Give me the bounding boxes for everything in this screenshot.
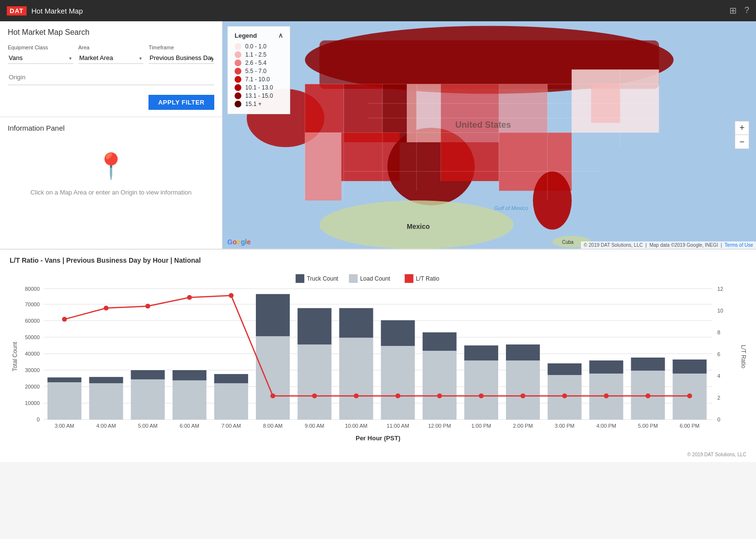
area-select[interactable]: Market Area State National — [78, 52, 144, 64]
timeframe-select[interactable]: Previous Business Day Today Last Week — [148, 52, 214, 64]
svg-point-116 — [604, 393, 608, 398]
svg-rect-94 — [506, 344, 540, 360]
svg-point-115 — [562, 393, 567, 398]
search-section: Hot Market Map Search Equipment Class Va… — [0, 21, 222, 117]
info-panel-title: Information Panel — [8, 124, 214, 132]
svg-point-110 — [354, 393, 358, 398]
legend-item: 10.1 - 13.0 — [235, 84, 283, 91]
svg-text:0: 0 — [717, 417, 720, 422]
svg-text:L/T Ratio: L/T Ratio — [740, 345, 746, 369]
header-title: Hot Market Map — [31, 7, 83, 15]
svg-rect-86 — [339, 308, 373, 338]
legend-header: Legend ∧ — [235, 31, 283, 39]
legend-item: 0.0 - 1.0 — [235, 43, 283, 50]
svg-text:2:00 PM: 2:00 PM — [513, 423, 533, 429]
svg-text:10:00 AM: 10:00 AM — [345, 423, 368, 429]
svg-rect-81 — [256, 336, 290, 419]
map-data-text: Map data ©2019 Google, INEGI — [650, 242, 718, 248]
legend-item: 2.6 - 5.4 — [235, 60, 283, 66]
svg-rect-7 — [305, 133, 341, 200]
svg-text:20000: 20000 — [25, 384, 40, 389]
svg-text:10000: 10000 — [25, 400, 40, 406]
map-attribution: © 2019 DAT Solutions, LLC | Map data ©20… — [581, 241, 756, 249]
svg-text:6:00 AM: 6:00 AM — [180, 423, 199, 429]
svg-rect-40 — [349, 274, 357, 283]
equipment-class-select-wrapper: Vans Flatbeds Reefers — [8, 52, 74, 64]
svg-rect-72 — [47, 377, 81, 382]
timeframe-group: Timeframe Previous Business Day Today La… — [148, 45, 214, 64]
svg-text:5:00 AM: 5:00 AM — [138, 423, 157, 429]
search-title: Hot Market Map Search — [8, 28, 214, 37]
svg-rect-91 — [464, 360, 498, 419]
chart-wrapper: Truck Count Load Count L/T Ratio 0 — [10, 267, 746, 451]
svg-rect-96 — [548, 363, 581, 375]
svg-point-111 — [396, 393, 400, 398]
svg-rect-82 — [256, 294, 290, 336]
svg-rect-83 — [297, 344, 331, 419]
app-header: DAT Hot Market Map ⊞ ? — [0, 0, 756, 21]
legend-item: 13.1 - 15.0 — [235, 92, 283, 99]
header-left: DAT Hot Market Map — [7, 6, 83, 15]
svg-point-104 — [104, 306, 108, 311]
svg-rect-100 — [631, 358, 665, 371]
terms-of-use-link[interactable]: Terms of Use — [725, 242, 753, 248]
svg-text:0: 0 — [37, 417, 40, 422]
svg-rect-12 — [407, 84, 441, 142]
svg-point-112 — [437, 393, 442, 398]
svg-text:9:00 AM: 9:00 AM — [305, 423, 324, 429]
zoom-in-button[interactable]: + — [735, 121, 749, 135]
svg-text:8:00 AM: 8:00 AM — [263, 423, 282, 429]
svg-text:12: 12 — [717, 286, 723, 292]
svg-rect-87 — [381, 346, 415, 419]
svg-text:Per Hour (PST): Per Hour (PST) — [356, 434, 400, 442]
svg-text:1:00 PM: 1:00 PM — [471, 423, 491, 429]
svg-point-107 — [229, 293, 234, 298]
svg-text:Load Count: Load Count — [360, 275, 390, 282]
svg-rect-84 — [297, 308, 331, 344]
svg-text:30000: 30000 — [25, 367, 40, 373]
zoom-out-button[interactable]: − — [735, 135, 749, 149]
chart-svg: Truck Count Load Count L/T Ratio 0 — [10, 267, 746, 451]
svg-rect-88 — [381, 320, 415, 346]
header-icons: ⊞ ? — [729, 5, 749, 16]
svg-rect-98 — [589, 360, 623, 374]
equipment-class-select[interactable]: Vans Flatbeds Reefers — [8, 52, 74, 64]
svg-text:5:00 PM: 5:00 PM — [638, 423, 658, 429]
legend-toggle[interactable]: ∧ — [278, 31, 283, 39]
svg-text:3:00 AM: 3:00 AM — [55, 423, 74, 429]
apply-filter-button[interactable]: APPLY FILTER — [148, 95, 214, 110]
svg-text:40000: 40000 — [25, 351, 40, 357]
svg-text:60000: 60000 — [25, 318, 40, 324]
legend-item: 15.1 + — [235, 101, 283, 107]
area-label: Area — [78, 45, 144, 50]
svg-text:11:00 AM: 11:00 AM — [386, 423, 409, 429]
svg-point-108 — [270, 393, 275, 398]
svg-rect-89 — [423, 351, 457, 419]
left-panel: Hot Market Map Search Equipment Class Va… — [0, 21, 222, 249]
map-copyright: © 2019 DAT Solutions, LLC — [584, 242, 643, 248]
help-icon[interactable]: ? — [744, 5, 749, 16]
svg-rect-77 — [173, 380, 207, 419]
svg-rect-102 — [673, 359, 707, 374]
svg-rect-78 — [173, 370, 207, 380]
info-section: Information Panel 📍 Click on a Map Area … — [0, 117, 222, 249]
area-group: Area Market Area State National — [78, 45, 144, 64]
svg-text:80000: 80000 — [25, 286, 40, 292]
map-svg: Mexico Cuba Gulf — [222, 21, 756, 249]
origin-input[interactable] — [8, 70, 214, 85]
svg-text:50000: 50000 — [25, 334, 40, 340]
svg-rect-76 — [131, 370, 164, 379]
svg-text:United States: United States — [455, 120, 511, 130]
svg-rect-93 — [506, 360, 540, 419]
svg-rect-10 — [441, 84, 499, 142]
legend-box: Legend ∧ 0.0 - 1.01.1 - 2.52.6 - 5.45.5 … — [227, 26, 290, 114]
svg-point-113 — [479, 393, 484, 398]
svg-point-118 — [687, 393, 692, 398]
map-area[interactable]: Mexico Cuba Gulf — [222, 21, 756, 249]
svg-rect-71 — [47, 382, 81, 419]
svg-rect-4 — [305, 84, 343, 133]
grid-icon[interactable]: ⊞ — [729, 5, 737, 16]
timeframe-label: Timeframe — [148, 45, 214, 50]
timeframe-select-wrapper: Previous Business Day Today Last Week — [148, 52, 214, 64]
equipment-class-label: Equipment Class — [8, 45, 74, 50]
